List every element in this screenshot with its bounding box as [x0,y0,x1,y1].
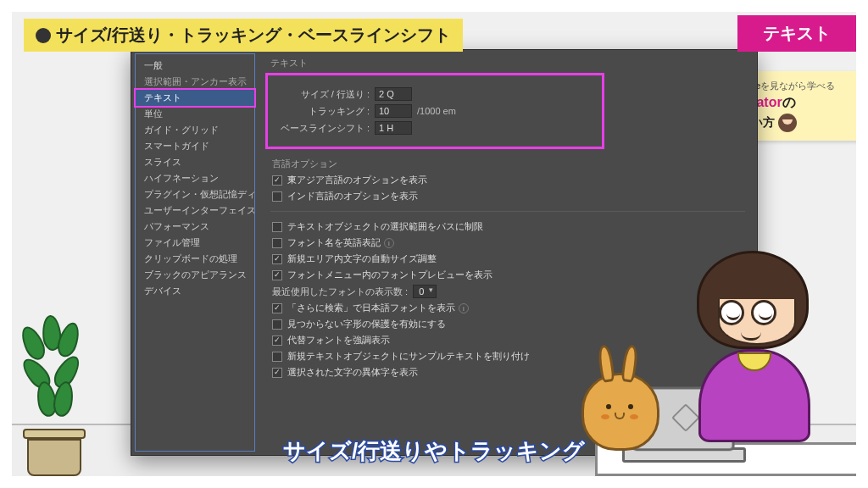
baseline-shift-label: ベースラインシフト : [268,122,370,135]
avatar [778,114,797,132]
info-icon[interactable]: i [459,303,469,313]
sidebar-item[interactable]: プラグイン・仮想記憶ディスク [136,186,254,202]
panel-title: テキスト [270,57,745,69]
sidebar-item[interactable]: 一般 [136,58,254,74]
sidebar-item[interactable]: クリップボードの処理 [136,251,254,267]
sidebar-item[interactable]: デバイス [136,283,254,299]
tracking-label: トラッキング : [268,105,370,118]
title-text: サイズ/行送り・トラッキング・ベースラインシフト [56,24,451,47]
option-label: 「さらに検索」で日本語フォントを表示 [287,302,455,314]
language-section-label: 言語オプション [272,158,745,170]
option-checkbox[interactable] [272,270,282,280]
option-label: 代替フォントを強調表示 [287,334,390,347]
option-checkbox[interactable] [272,336,282,346]
info-icon[interactable]: i [384,238,394,248]
sidebar-item[interactable]: ユーザーインターフェイス [136,202,254,219]
sidebar-item[interactable]: ブラックのアピアランス [136,267,254,283]
sidebar-item[interactable]: パフォーマンス [136,219,254,235]
option-label: フォント名を英語表記 [287,236,381,249]
indic-checkbox[interactable] [272,191,282,202]
sidebar-item[interactable]: ハイフネーション [136,170,254,186]
sidebar-item[interactable]: ファイル管理 [136,235,254,251]
option-checkbox[interactable] [272,368,282,378]
tracking-input[interactable]: 10 [375,104,412,118]
option-label: テキストオブジェクトの選択範囲をパスに制限 [287,220,483,233]
option-checkbox[interactable] [272,254,282,264]
option-checkbox[interactable] [272,222,282,232]
bullet-icon [36,28,51,43]
sidebar-item[interactable]: スライス [136,154,254,170]
size-leading-input[interactable]: 2 Q [375,87,412,101]
sidebar-item[interactable]: ガイド・グリッド [136,122,254,138]
sidebar-item[interactable]: 単位 [136,106,254,122]
subtitle-caption: サイズ/行送りやトラッキング [283,436,585,466]
option-checkbox[interactable] [272,238,282,248]
east-asian-label: 東アジア言語のオプションを表示 [287,174,427,186]
option-label: 見つからない字形の保護を有効にする [287,318,446,330]
sidebar-item[interactable]: テキスト [134,88,256,108]
option-checkbox[interactable] [272,319,282,330]
baseline-shift-input[interactable]: 1 H [375,121,412,135]
sidebar-item[interactable]: 選択範囲・アンカー表示 [136,74,254,90]
option-label: 新規エリア内文字の自動サイズ調整 [287,252,437,265]
plant-decoration [20,319,88,476]
recent-fonts-label: 最近使用したフォントの表示数 : [272,286,408,298]
preferences-sidebar: 一般選択範囲・アンカー表示テキスト単位ガイド・グリッドスマートガイドスライスハイ… [135,53,255,452]
highlighted-fields: サイズ / 行送り : 2 Q トラッキング : 10 /1000 em ベース… [265,73,604,149]
page-title: サイズ/行送り・トラッキング・ベースラインシフト [24,19,463,52]
category-badge: テキスト [737,15,856,52]
option-label: 選択された文字の異体字を表示 [287,366,418,379]
size-leading-label: サイズ / 行送り : [268,88,370,101]
option-checkbox[interactable] [272,352,282,362]
east-asian-checkbox[interactable] [272,175,282,186]
option-label: フォントメニュー内のフォントプレビューを表示 [287,269,492,281]
sidebar-item[interactable]: スマートガイド [136,138,254,154]
character-illustration [649,239,836,476]
option-checkbox[interactable] [272,303,282,313]
tracking-unit: /1000 em [417,106,456,116]
recent-fonts-select[interactable]: 0 [413,285,437,298]
indic-label: インド言語のオプションを表示 [287,190,418,202]
option-label: 新規テキストオブジェクトにサンプルテキストを割り付け [287,350,530,363]
